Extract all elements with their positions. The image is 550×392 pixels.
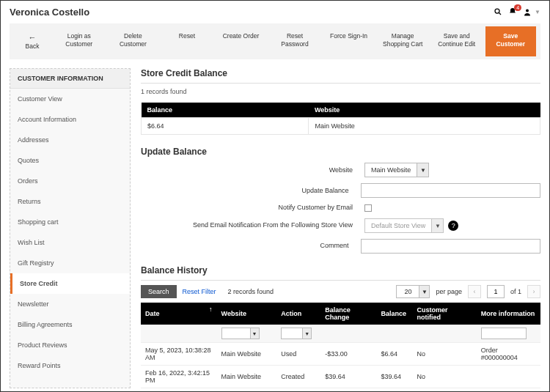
save-customer-button[interactable]: Save Customer: [485, 26, 537, 56]
create-order-button[interactable]: Create Order: [216, 26, 267, 56]
table-row: May 5, 2023, 10:38:28 AM Main Website Us…: [141, 343, 540, 366]
update-balance-input[interactable]: [361, 183, 541, 198]
update-balance-heading: Update Balance: [141, 147, 540, 157]
filter-more-input[interactable]: [481, 328, 527, 339]
sidebar-item-gift-registry[interactable]: Gift Registry: [10, 253, 130, 273]
col-website[interactable]: Website: [217, 303, 277, 325]
sidebar-item-returns[interactable]: Returns: [10, 191, 130, 212]
sidebar-item-shopping-cart[interactable]: Shopping cart: [10, 212, 130, 232]
login-as-customer-button[interactable]: Login as Customer: [54, 26, 105, 56]
sort-arrow-icon: ↑: [209, 306, 213, 313]
history-records-found: 2 records found: [228, 288, 274, 295]
label-notify: Notify Customer by Email: [141, 204, 364, 212]
store-credit-heading: Store Credit Balance: [141, 68, 540, 78]
label-update-balance: Update Balance: [141, 187, 361, 196]
sidebar-item-account-information[interactable]: Account Information: [10, 109, 130, 130]
sidebar-item-wish-list[interactable]: Wish List: [10, 232, 130, 253]
sidebar-item-addresses[interactable]: Addresses: [10, 130, 130, 150]
col-balance: Balance: [142, 103, 309, 118]
col-notified[interactable]: Customer notified: [413, 303, 477, 325]
filter-website-select[interactable]: ▼: [221, 328, 260, 339]
pager-current-input[interactable]: [487, 285, 505, 298]
search-button[interactable]: Search: [141, 285, 177, 298]
chevron-down-icon: ▼: [419, 286, 429, 297]
table-row: $6.64 Main Website: [142, 118, 540, 135]
label-website: Website: [141, 166, 364, 175]
col-balance[interactable]: Balance: [377, 303, 413, 325]
reset-password-button[interactable]: Reset Password: [269, 26, 320, 56]
balance-history-heading: Balance History: [141, 265, 540, 275]
sidebar-item-customer-view[interactable]: Customer View: [10, 89, 130, 109]
chevron-down-icon: ▼: [417, 163, 428, 177]
page-size-select[interactable]: 20▼: [396, 285, 430, 298]
caret-down-icon: ▼: [535, 9, 540, 15]
sidebar-item-quotes[interactable]: Quotes: [10, 150, 130, 171]
website-select[interactable]: Main Website▼: [364, 163, 429, 177]
reset-button[interactable]: Reset: [161, 26, 213, 56]
force-signin-button[interactable]: Force Sign-In: [323, 26, 375, 56]
notifications-icon[interactable]: 4: [508, 7, 517, 18]
balance-history-table: Date↑ Website Action Balance Change Bala…: [141, 303, 540, 388]
user-menu[interactable]: ▼: [523, 8, 540, 17]
col-more[interactable]: More information: [477, 303, 540, 325]
save-continue-button[interactable]: Save and Continue Edit: [431, 26, 483, 56]
svg-line-1: [499, 12, 502, 15]
chevron-down-icon: ▼: [431, 219, 443, 232]
search-icon[interactable]: [494, 7, 502, 18]
col-action[interactable]: Action: [276, 303, 320, 325]
sidebar-header: CUSTOMER INFORMATION: [10, 69, 130, 89]
svg-point-0: [495, 9, 499, 13]
back-button[interactable]: ←Back: [14, 26, 51, 56]
per-page-label: per page: [436, 288, 462, 295]
pager-prev-button[interactable]: ‹: [468, 285, 481, 298]
notifications-badge: 4: [514, 4, 521, 11]
label-comment: Comment: [141, 242, 361, 251]
reset-filter-link[interactable]: Reset Filter: [183, 288, 216, 295]
customer-info-sidebar: CUSTOMER INFORMATION Customer View Accou…: [10, 68, 131, 388]
label-store-view: Send Email Notification From the Followi…: [141, 221, 364, 230]
sidebar-item-reward-points[interactable]: Reward Points: [10, 355, 130, 376]
svg-point-2: [526, 9, 529, 12]
filter-action-select[interactable]: ▼: [281, 328, 312, 339]
delete-customer-button[interactable]: Delete Customer: [108, 26, 159, 56]
manage-cart-button[interactable]: Manage Shopping Cart: [377, 26, 428, 56]
sidebar-item-orders[interactable]: Orders: [10, 171, 130, 191]
col-balance-change[interactable]: Balance Change: [320, 303, 376, 325]
col-date[interactable]: Date↑: [141, 303, 217, 325]
pager-next-button[interactable]: ›: [527, 285, 540, 298]
sidebar-item-newsletter[interactable]: Newsletter: [10, 294, 130, 314]
filter-row: ▼ ▼: [141, 325, 540, 343]
pager-total: of 1: [510, 288, 521, 295]
comment-input[interactable]: [361, 239, 541, 254]
store-credit-table: Balance Website $6.64 Main Website: [141, 103, 540, 135]
table-row: Feb 16, 2022, 3:42:15 PM Main Website Cr…: [141, 366, 540, 388]
store-credit-records-found: 1 records found: [141, 83, 540, 103]
sidebar-item-billing-agreements[interactable]: Billing Agreements: [10, 314, 130, 335]
col-website: Website: [309, 103, 540, 118]
sidebar-item-store-credit[interactable]: Store Credit: [10, 273, 130, 294]
notify-checkbox[interactable]: [364, 204, 372, 212]
store-view-select[interactable]: Default Store View▼: [364, 218, 444, 233]
page-title: Veronica Costello: [10, 7, 89, 18]
sidebar-item-product-reviews[interactable]: Product Reviews: [10, 335, 130, 355]
help-icon[interactable]: ?: [448, 221, 458, 231]
